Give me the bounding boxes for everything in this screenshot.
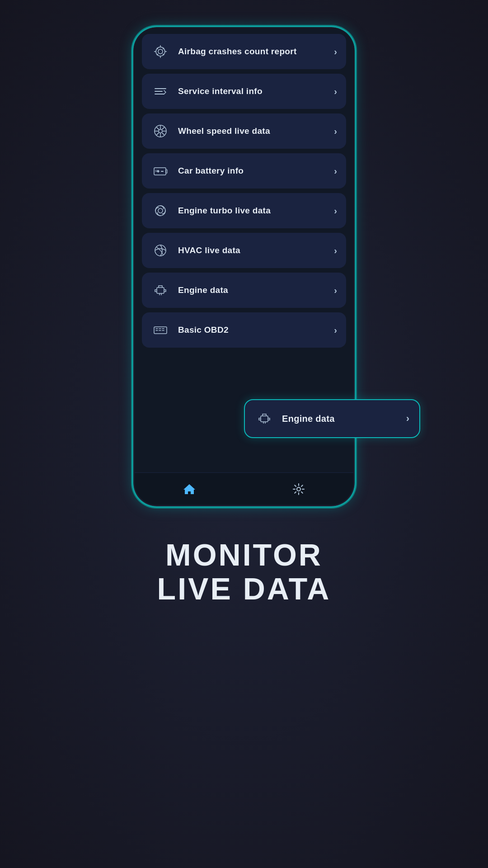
popup-label: Engine data	[282, 414, 353, 424]
chevron-battery: ›	[334, 166, 337, 176]
service-icon	[151, 82, 170, 101]
headline: MONITOR LIVE DATA	[157, 538, 331, 606]
menu-label-service: Service interval info	[178, 86, 334, 96]
engine-icon	[151, 281, 170, 300]
menu-item-turbo[interactable]: Engine turbo live data ›	[142, 193, 346, 228]
home-nav-icon[interactable]	[178, 478, 201, 500]
menu-item-airbag[interactable]: Airbag crashes count report ›	[142, 34, 346, 69]
svg-point-18	[155, 206, 165, 216]
svg-rect-21	[157, 288, 164, 293]
phone-frame: Airbag crashes count report › Service in…	[133, 27, 355, 506]
menu-item-service[interactable]: Service interval info ›	[142, 74, 346, 109]
menu-label-battery: Car battery info	[178, 166, 334, 176]
headline-line2: LIVE DATA	[157, 572, 331, 606]
menu-label-obd2: Basic OBD2	[178, 325, 334, 335]
engine-popup-icon	[255, 409, 274, 428]
hvac-icon	[151, 241, 170, 260]
obd2-icon	[151, 321, 170, 340]
svg-line-8	[156, 127, 159, 130]
airbag-icon	[151, 42, 170, 61]
battery-icon: 12V	[151, 161, 170, 180]
svg-point-3	[159, 129, 162, 133]
svg-point-19	[158, 208, 163, 213]
headline-line1: MONITOR	[157, 538, 331, 572]
menu-label-wheel: Wheel speed live data	[178, 126, 334, 136]
svg-rect-32	[261, 416, 268, 422]
svg-text:12V: 12V	[155, 170, 160, 172]
svg-line-11	[156, 132, 159, 135]
menu-item-hvac[interactable]: HVAC live data ›	[142, 233, 346, 268]
engine-data-popup[interactable]: Engine data ›	[244, 399, 353, 438]
menu-item-obd2[interactable]: Basic OBD2 ›	[142, 312, 346, 348]
menu-item-wheel[interactable]: Wheel speed live data ›	[142, 113, 346, 149]
menu-label-turbo: Engine turbo live data	[178, 206, 334, 216]
menu-item-engine[interactable]: Engine data ›	[142, 273, 346, 308]
svg-line-10	[162, 127, 164, 130]
chevron-turbo: ›	[334, 206, 337, 216]
svg-line-9	[162, 132, 164, 135]
chevron-service: ›	[334, 86, 337, 97]
svg-rect-13	[166, 170, 167, 173]
chevron-engine: ›	[334, 285, 337, 296]
menu-label-engine: Engine data	[178, 285, 334, 295]
turbo-icon	[151, 201, 170, 220]
menu-label-hvac: HVAC live data	[178, 245, 334, 255]
settings-nav-icon[interactable]	[287, 478, 310, 500]
menu-item-battery[interactable]: 12V Car battery info ›	[142, 153, 346, 189]
chevron-airbag: ›	[334, 47, 337, 57]
chevron-obd2: ›	[334, 325, 337, 335]
svg-point-31	[297, 487, 300, 491]
chevron-wheel: ›	[334, 126, 337, 137]
menu-label-airbag: Airbag crashes count report	[178, 47, 334, 57]
wheel-icon	[151, 122, 170, 141]
chevron-hvac: ›	[334, 245, 337, 256]
phone-screen: Airbag crashes count report › Service in…	[135, 28, 353, 505]
bottom-navigation	[135, 472, 353, 505]
svg-point-1	[158, 49, 163, 54]
